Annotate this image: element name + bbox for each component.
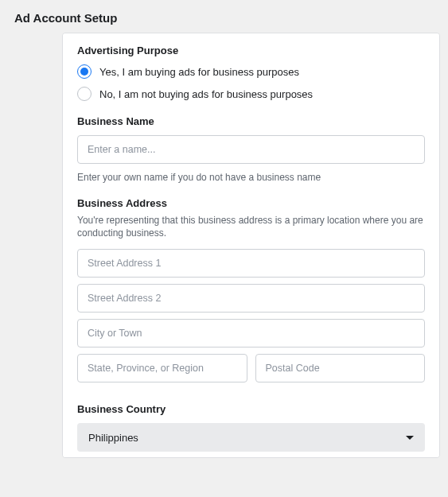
business-country-value: Philippines xyxy=(88,432,138,444)
page-title: Ad Account Setup xyxy=(0,0,448,33)
purpose-no-radio[interactable]: No, I am not buying ads for business pur… xyxy=(77,87,425,101)
purpose-yes-label: Yes, I am buying ads for business purpos… xyxy=(99,66,299,78)
street1-input[interactable] xyxy=(77,249,425,278)
business-address-label: Business Address xyxy=(77,197,425,209)
radio-icon xyxy=(77,87,92,101)
radio-icon xyxy=(77,64,92,79)
chevron-down-icon xyxy=(406,436,414,440)
business-name-helper: Enter your own name if you do not have a… xyxy=(77,172,425,183)
setup-panel[interactable]: Advertising Purpose Yes, I am buying ads… xyxy=(62,33,440,458)
business-name-input[interactable] xyxy=(77,135,425,164)
purpose-yes-radio[interactable]: Yes, I am buying ads for business purpos… xyxy=(77,64,425,79)
business-country-label: Business Country xyxy=(77,403,425,415)
region-input[interactable] xyxy=(77,354,247,382)
business-name-label: Business Name xyxy=(77,115,425,127)
city-input[interactable] xyxy=(77,319,425,348)
street2-input[interactable] xyxy=(77,284,425,313)
postal-input[interactable] xyxy=(255,354,426,382)
business-country-select[interactable]: Philippines xyxy=(77,423,425,452)
business-address-desc: You're representing that this business a… xyxy=(77,214,425,239)
purpose-no-label: No, I am not buying ads for business pur… xyxy=(99,88,313,100)
advertising-purpose-label: Advertising Purpose xyxy=(77,45,425,56)
